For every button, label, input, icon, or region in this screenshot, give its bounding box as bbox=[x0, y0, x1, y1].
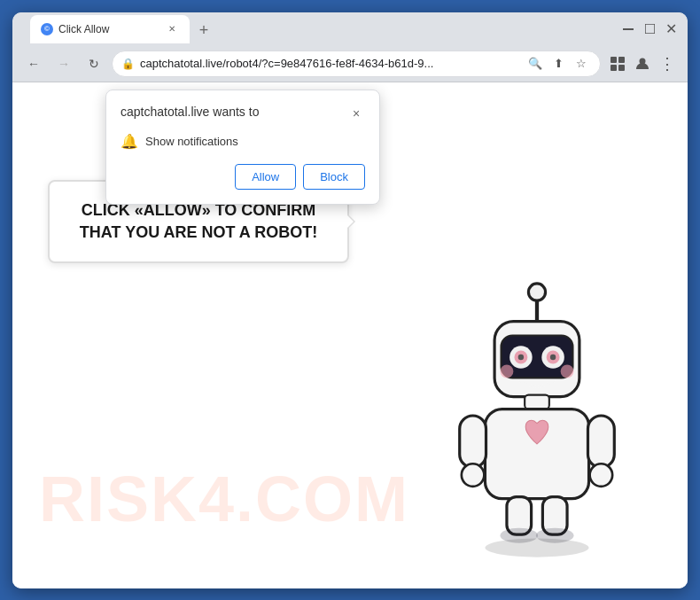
bubble-text: CLICK «ALLOW» TO CONFIRM THAT YOU ARE NO… bbox=[76, 199, 321, 244]
back-button[interactable]: ← bbox=[21, 51, 46, 76]
share-icon[interactable]: ⬆ bbox=[548, 54, 568, 74]
reload-button[interactable]: ↻ bbox=[82, 51, 106, 76]
svg-rect-20 bbox=[485, 409, 588, 498]
svg-rect-0 bbox=[623, 28, 634, 30]
url-icons: 🔍 ⬆ ☆ bbox=[525, 54, 591, 74]
svg-point-23 bbox=[462, 464, 485, 487]
extensions-button[interactable] bbox=[606, 52, 629, 75]
close-window-button[interactable]: ✕ bbox=[661, 19, 681, 39]
block-button[interactable]: Block bbox=[303, 164, 365, 190]
allow-button[interactable]: Allow bbox=[235, 164, 296, 190]
maximize-button[interactable] bbox=[640, 19, 659, 39]
svg-point-24 bbox=[590, 464, 613, 487]
tab-area: © Click Allow ✕ + bbox=[30, 15, 613, 43]
svg-rect-1 bbox=[645, 24, 655, 34]
lock-icon: 🔒 bbox=[121, 58, 135, 70]
robot-illustration bbox=[439, 269, 634, 562]
popup-buttons: Allow Block bbox=[121, 164, 365, 190]
svg-rect-3 bbox=[618, 57, 625, 63]
svg-point-15 bbox=[518, 354, 524, 359]
svg-point-17 bbox=[500, 364, 513, 378]
menu-area: ⋮ bbox=[606, 52, 679, 75]
permission-text: Show notifications bbox=[145, 135, 238, 148]
svg-rect-19 bbox=[525, 394, 549, 409]
notification-popup: captchatotal.live wants to × 🔔 Show noti… bbox=[105, 90, 380, 205]
popup-header: captchatotal.live wants to × bbox=[121, 105, 365, 122]
more-options-button[interactable]: ⋮ bbox=[656, 52, 679, 75]
popup-permission: 🔔 Show notifications bbox=[121, 133, 365, 150]
popup-close-button[interactable]: × bbox=[347, 105, 365, 122]
address-bar: ← → ↻ 🔒 captchatotal.live/robot4/?c=9e84… bbox=[12, 46, 688, 82]
active-tab[interactable]: © Click Allow ✕ bbox=[30, 15, 190, 43]
tab-title: Click Allow bbox=[58, 23, 159, 35]
url-text: captchatotal.live/robot4/?c=9e847616-fe8… bbox=[140, 57, 520, 70]
popup-title: captchatotal.live wants to bbox=[121, 105, 259, 119]
search-icon[interactable]: 🔍 bbox=[525, 54, 545, 74]
svg-point-18 bbox=[561, 364, 574, 378]
window-actions: ✕ bbox=[618, 19, 681, 39]
page-content: RISK4.COM captchatotal.live wants to × 🔔… bbox=[12, 82, 688, 588]
svg-rect-22 bbox=[587, 416, 614, 468]
minimize-button[interactable] bbox=[618, 19, 638, 39]
svg-point-8 bbox=[528, 283, 545, 300]
tab-favicon: © bbox=[41, 23, 53, 35]
title-bar: © Click Allow ✕ + ✕ bbox=[12, 12, 688, 46]
forward-button[interactable]: → bbox=[51, 51, 76, 76]
svg-rect-4 bbox=[611, 65, 617, 71]
svg-rect-5 bbox=[618, 65, 625, 71]
tab-close-button[interactable]: ✕ bbox=[165, 22, 179, 36]
browser-window: © Click Allow ✕ + ✕ ← → ↻ 🔒 captchatotal… bbox=[12, 12, 688, 588]
bookmark-icon[interactable]: ☆ bbox=[572, 54, 591, 74]
new-tab-button[interactable]: + bbox=[191, 19, 216, 43]
bell-icon: 🔔 bbox=[121, 133, 138, 150]
svg-rect-21 bbox=[460, 416, 486, 468]
svg-rect-2 bbox=[611, 57, 617, 63]
svg-point-16 bbox=[550, 354, 556, 359]
url-box[interactable]: 🔒 captchatotal.live/robot4/?c=9e847616-f… bbox=[112, 51, 601, 77]
profile-button[interactable] bbox=[631, 52, 654, 75]
svg-point-29 bbox=[485, 538, 588, 557]
